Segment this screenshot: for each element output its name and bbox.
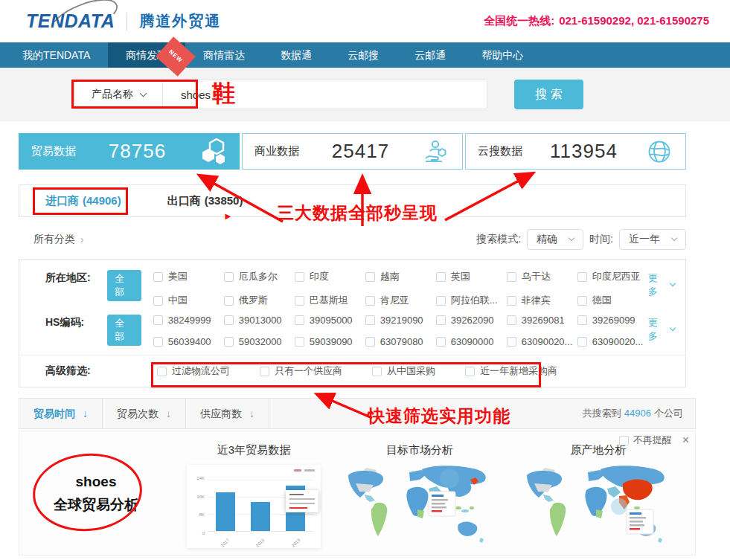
checkbox-icon [436,337,446,347]
target-market-map [345,463,494,551]
close-icon[interactable]: × [682,434,689,446]
advanced-checkbox[interactable]: 近一年新增采购商 [465,364,557,378]
region-more-link[interactable]: 更多 [648,270,675,298]
advanced-checkbox[interactable]: 只有一个供应商 [260,364,342,378]
hs-checkbox[interactable]: 63090020... [577,336,648,347]
hs-checkbox[interactable]: 59032000 [224,336,295,347]
all-categories-link[interactable]: 所有分类 › [33,233,84,246]
hs-checkbox[interactable]: 56039400 [153,336,224,347]
checkbox-icon [153,337,163,347]
dismiss-checkbox[interactable] [619,436,629,445]
advanced-checkbox[interactable]: 过滤物流公司 [157,364,230,378]
checkbox-icon [260,367,269,376]
time-select[interactable]: 近一年 [619,229,686,250]
hs-checkbox[interactable]: 59039090 [295,336,365,347]
region-checkbox[interactable]: 英国 [436,270,507,283]
chevron-down-icon [671,235,677,241]
region-checkbox[interactable]: 乌干达 [507,270,577,283]
analysis-preview-panel: 不再提醒 × shoes 全球贸易分析 近3年贸易数据 24K16K8K0 20… [19,431,696,556]
search-mode-label: 搜索模式: [476,233,521,246]
cloud-search-data-box[interactable]: 云搜数据 113954 [465,133,686,170]
nav-item[interactable]: 商情发现 NEW [108,42,185,68]
globe-icon [645,138,673,165]
sort-item[interactable]: 供应商数 [186,399,269,428]
checkbox-icon [465,367,475,376]
sort-item[interactable]: 贸易时间 [19,399,103,428]
search-strip: 产品名称 搜 索 [0,68,730,121]
sort-items: 贸易时间 贸易次数 供应商数 [19,399,269,428]
hs-checkbox[interactable]: 63090020... [507,336,577,347]
checkbox-icon [295,272,304,282]
advanced-label: 高级筛选: [45,364,157,378]
hs-checkbox[interactable]: 39262090 [436,315,507,326]
region-checkbox[interactable]: 肯尼亚 [365,294,436,307]
nav-item[interactable]: 数据通 [263,42,330,68]
map-tooltip [627,509,653,534]
hs-filter-row: HS编码: 全部 38249999 39013000 [19,315,685,347]
search-input[interactable] [163,80,487,109]
hs-checkbox[interactable]: 39095000 [295,315,365,326]
bar-chart: 24K16K8K0 201720182019 [187,465,321,548]
hs-checkbox[interactable]: 38249999 [153,315,224,326]
hs-checkbox[interactable]: 63079080 [365,336,436,347]
search-mode-select[interactable]: 精确 [527,229,583,250]
hs-checkbox[interactable]: 39269099 [577,315,648,326]
search-category-select[interactable]: 产品名称 [75,80,163,109]
page: TENDATA 腾道外贸通 全国统一热线:021-61590292, 021-6… [0,0,730,560]
region-checkbox[interactable]: 巴基斯坦 [295,294,365,307]
tab-exporters[interactable]: 出口商(33850) [167,194,243,208]
tab-importers[interactable]: 进口商(44906) [45,194,121,208]
hs-checkbox[interactable]: 39013000 [224,315,295,326]
region-all-button[interactable]: 全部 [107,270,141,301]
map-tooltip [429,492,455,516]
hs-row1: 38249999 39013000 39095000 [153,315,648,326]
hs-all-button[interactable]: 全部 [107,315,141,346]
region-checkbox[interactable]: 印度尼西亚 [577,270,648,283]
region-checkbox[interactable]: 德国 [577,294,648,307]
target-market-block: 目标市场分析 [330,431,509,555]
search-button[interactable]: 搜 索 [514,80,583,109]
region-label: 所在地区: [45,270,107,285]
nav-item[interactable]: 云邮搜 [330,42,397,68]
sort-bar: 贸易时间 贸易次数 供应商数 共搜索到44906个公司 [19,398,696,429]
region-checkbox[interactable]: 俄罗斯 [224,294,295,307]
main-nav: 我的TENDATA 商情发现 NEW 商情雷达 数据通 云邮搜 [0,42,730,68]
hs-checkbox[interactable]: 63090000 [436,336,507,347]
trade-data-box[interactable]: 贸易数据 78756 [19,133,240,170]
region-checkbox[interactable]: 厄瓜多尔 [224,270,295,283]
checkbox-icon [153,272,163,282]
nav-item[interactable]: 我的TENDATA [4,42,108,68]
checkbox-icon [577,296,587,306]
nav-item[interactable]: 帮助中心 [464,42,541,68]
region-checkbox[interactable]: 中国 [153,294,224,307]
region-checkbox[interactable]: 菲律宾 [507,294,577,307]
origin-map [524,463,673,551]
region-checkbox[interactable]: 印度 [295,270,365,283]
sort-item[interactable]: 贸易次数 [103,399,186,428]
chevron-down-icon [140,89,147,97]
dismiss-row: 不再提醒 × [619,434,689,447]
result-summary: 共搜索到44906个公司 [583,407,683,420]
nav-item[interactable]: 商情雷达 [185,42,263,68]
business-data-box[interactable]: 商业数据 25417 [242,133,463,170]
checkbox-icon [224,272,234,282]
hs-row2: 56039400 59032000 59039090 [153,336,648,347]
region-checkbox[interactable]: 越南 [365,270,436,283]
bar-chart-yticks: 24K16K8K0 [188,476,205,535]
hs-checkbox[interactable]: 39269081 [507,315,577,326]
nav-item[interactable]: 云邮通 [397,42,464,68]
mode-group: 搜索模式: 精确 时间: 近一年 [476,229,686,250]
advanced-checkbox[interactable]: 从中国采购 [372,364,435,378]
hs-more-link[interactable]: 更多 [648,315,675,343]
checkbox-icon [436,272,446,282]
checkbox-icon [365,337,375,347]
region-checkbox[interactable]: 阿拉伯联... [436,294,507,307]
checkbox-icon [507,296,516,306]
region-checkbox[interactable]: 美国 [153,270,224,283]
hs-checkbox[interactable]: 39219090 [365,315,436,326]
chart-title: 近3年贸易数据 [177,431,330,457]
dismiss-label: 不再提醒 [633,434,672,447]
supplier-icon [422,138,450,165]
checkbox-icon [365,272,375,282]
advanced-filter-row: 高级筛选: 过滤物流公司 只有一个供应商 从中国采购 [19,355,685,387]
